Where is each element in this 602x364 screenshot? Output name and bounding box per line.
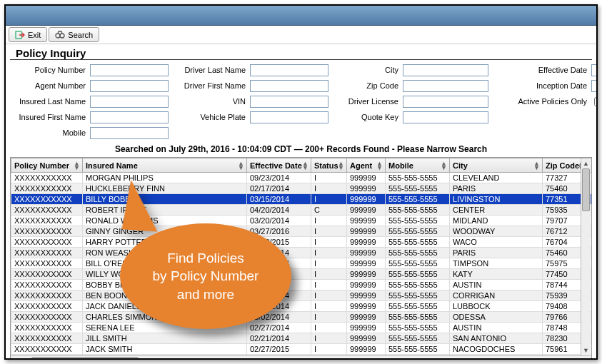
- table-cell: 999999: [347, 344, 386, 355]
- table-cell: XXXXXXXXXXX: [11, 290, 83, 301]
- table-row[interactable]: XXXXXXXXXXXBILLY BOBBY03/15/2014I9999995…: [11, 194, 593, 205]
- table-row[interactable]: XXXXXXXXXXXROBERT IRVINE04/20/2014C99999…: [11, 205, 593, 216]
- table-cell: 555-555-5555: [386, 333, 450, 344]
- table-row[interactable]: XXXXXXXXXXXCHARLES SIMMONS05/02/2014I999…: [11, 312, 593, 323]
- table-cell: 999999: [347, 183, 386, 194]
- table-cell: 999999: [347, 269, 386, 280]
- table-row[interactable]: XXXXXXXXXXXJACK SMITH02/27/2015I99999955…: [11, 344, 593, 355]
- sort-icon[interactable]: ▲▼: [338, 161, 344, 170]
- active-only-checkbox[interactable]: [594, 97, 598, 106]
- quote-key-input[interactable]: [403, 111, 488, 123]
- table-row[interactable]: XXXXXXXXXXXMORGAN PHILIPS09/23/2014I9999…: [11, 173, 593, 183]
- column-header[interactable]: City▲▼: [450, 158, 543, 173]
- label-insured-first: Insured First Name: [10, 113, 89, 121]
- exit-label: Exit: [28, 31, 41, 39]
- table-cell: 555-555-5555: [386, 194, 450, 205]
- label-driver-license: Driver License: [330, 97, 401, 106]
- horizontal-scroll-thumb[interactable]: [31, 357, 139, 360]
- callout-line: and more: [177, 287, 234, 302]
- insured-last-input[interactable]: [90, 96, 169, 108]
- table-row[interactable]: XXXXXXXXXXXRON WEASLEY03/10/2014I9999995…: [11, 248, 593, 258]
- label-driver-first: Driver First Name: [170, 81, 249, 90]
- column-header[interactable]: Agent▲▼: [347, 158, 386, 173]
- table-cell: 09/23/2014: [247, 173, 311, 183]
- table-cell: XXXXXXXXXXX: [11, 333, 83, 344]
- insured-first-input[interactable]: [90, 111, 169, 123]
- table-row[interactable]: XXXXXXXXXXXSERENA LEE02/27/2014I99999955…: [11, 323, 593, 333]
- policy-number-input[interactable]: [90, 64, 169, 76]
- vehicle-plate-input[interactable]: [250, 111, 328, 123]
- table-row[interactable]: XXXXXXXXXXXRONALD WILLIAMS03/20/2014I999…: [11, 216, 593, 226]
- table-cell: 555-555-5555: [386, 173, 450, 183]
- sort-icon[interactable]: ▲▼: [238, 161, 244, 170]
- column-header[interactable]: Mobile▲▼: [386, 158, 450, 173]
- label-inception-date: Inception Date: [490, 81, 590, 90]
- table-cell: 02/27/2014: [247, 323, 311, 333]
- sort-icon[interactable]: ▲▼: [74, 161, 80, 170]
- table-cell: CLEVELAND: [450, 173, 543, 183]
- table-cell: 999999: [347, 205, 386, 216]
- agent-number-input[interactable]: [90, 80, 169, 92]
- binoculars-icon: [55, 30, 65, 40]
- table-cell: 555-555-5555: [386, 344, 450, 355]
- vertical-scrollbar[interactable]: ▲ ▼: [581, 158, 591, 355]
- label-policy-number: Policy Number: [10, 66, 89, 74]
- scroll-left-icon[interactable]: ◀: [11, 357, 21, 360]
- column-header[interactable]: Insured Name▲▼: [83, 158, 247, 173]
- toolbar: Exit Search: [6, 26, 596, 44]
- table-cell: 555-555-5555: [386, 323, 450, 333]
- sort-icon[interactable]: ▲▼: [376, 161, 383, 170]
- table-cell: I: [311, 194, 347, 205]
- driver-license-input[interactable]: [403, 96, 488, 108]
- mobile-input[interactable]: [90, 127, 169, 139]
- table-cell: 04/20/2014: [247, 205, 311, 216]
- search-button[interactable]: Search: [49, 27, 99, 42]
- sort-icon[interactable]: ▲▼: [302, 161, 308, 170]
- table-cell: I: [311, 183, 347, 194]
- table-cell: 03/20/2014: [247, 216, 311, 226]
- table-row[interactable]: XXXXXXXXXXXHARRY POTTER02/28/2015I999999…: [11, 237, 593, 248]
- table-cell: XXXXXXXXXXX: [11, 205, 83, 216]
- table-cell: TIMPSON: [450, 258, 543, 269]
- table-row[interactable]: XXXXXXXXXXXBEN BOONE12/15/2014I999999555…: [11, 290, 593, 301]
- scroll-right-icon[interactable]: ▶: [581, 357, 591, 360]
- sort-icon[interactable]: ▲▼: [533, 161, 540, 170]
- table-cell: I: [311, 226, 347, 237]
- table-row[interactable]: XXXXXXXXXXXGINNY GINGER03/27/2016I999999…: [11, 226, 593, 237]
- table-cell: 999999: [347, 226, 386, 237]
- sort-icon[interactable]: ▲▼: [441, 161, 447, 170]
- scroll-up-icon[interactable]: ▲: [581, 158, 591, 168]
- table-row[interactable]: XXXXXXXXXXXHUCKLEBERRY FINN02/17/2014I99…: [11, 183, 593, 194]
- table-row[interactable]: XXXXXXXXXXXJILL SMITH02/21/2014I99999955…: [11, 333, 593, 344]
- vertical-scroll-thumb[interactable]: [582, 168, 590, 211]
- svg-point-1: [56, 34, 60, 38]
- label-vin: VIN: [170, 97, 249, 106]
- table-row[interactable]: XXXXXXXXXXXJACK DANIELS04/04/2014I999999…: [11, 301, 593, 312]
- vin-input[interactable]: [250, 96, 328, 108]
- table-row[interactable]: XXXXXXXXXXXBILL O'REILLY03/07/2014I99999…: [11, 258, 593, 269]
- effective-date-input[interactable]: [591, 64, 598, 76]
- table-cell: ROBERT IRVINE: [83, 205, 247, 216]
- table-cell: 999999: [347, 237, 386, 248]
- callout-tail: [122, 179, 161, 231]
- inception-date-input[interactable]: [591, 80, 598, 92]
- table-cell: WOODWAY: [450, 226, 543, 237]
- table-cell: LIVINGSTON: [450, 194, 543, 205]
- column-header[interactable]: Policy Number▲▼: [11, 158, 83, 173]
- scroll-down-icon[interactable]: ▼: [581, 345, 591, 355]
- results-grid[interactable]: Policy Number▲▼Insured Name▲▼Effective D…: [11, 158, 592, 360]
- exit-button[interactable]: Exit: [9, 27, 47, 42]
- table-cell: XXXXXXXXXXX: [11, 183, 83, 194]
- horizontal-scrollbar[interactable]: ◀ ▶: [11, 355, 591, 360]
- table-row[interactable]: XXXXXXXXXXXBOBBY BROWN11/21/2014I9999995…: [11, 280, 593, 290]
- driver-first-input[interactable]: [250, 80, 328, 92]
- column-header[interactable]: Effective Date▲▼: [247, 158, 311, 173]
- table-cell: JILL SMITH: [83, 333, 247, 344]
- city-input[interactable]: [403, 64, 488, 76]
- table-cell: XXXXXXXXXXX: [11, 312, 83, 323]
- column-header[interactable]: Status▲▼: [311, 158, 347, 173]
- driver-last-input[interactable]: [250, 64, 328, 76]
- table-cell: 555-555-5555: [386, 258, 450, 269]
- table-row[interactable]: XXXXXXXXXXXWILLY WONKA02/27/2014I9999995…: [11, 269, 593, 280]
- zip-input[interactable]: [403, 80, 488, 92]
